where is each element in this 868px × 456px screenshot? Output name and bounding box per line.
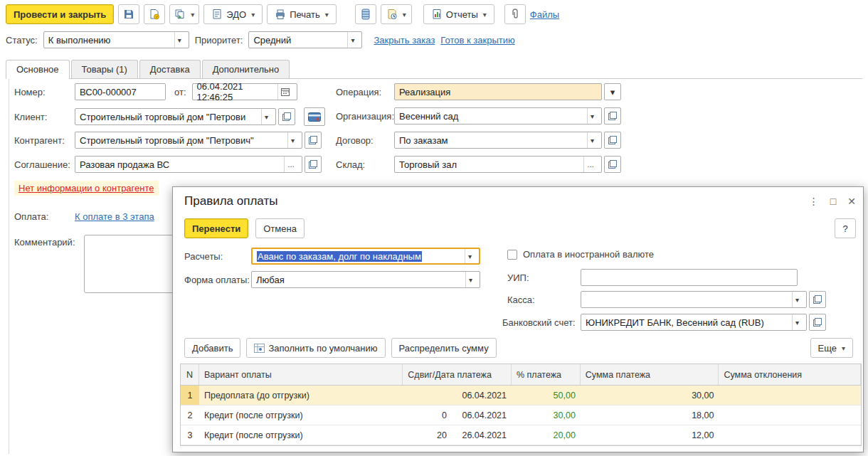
open-cashbox-button[interactable] [809, 291, 826, 308]
print-button[interactable]: Печать ▾ [267, 4, 337, 24]
chevron-down-icon[interactable]: ▾ [347, 32, 357, 48]
table-header-row: N Вариант оплаты Сдвиг/Дата платежа % пл… [181, 364, 861, 386]
close-order-link[interactable]: Закрыть заказ [374, 35, 435, 46]
col-header-option[interactable]: Вариант оплаты [199, 364, 403, 385]
client-select[interactable]: Строительный торговый дом "Петрови ▾ [75, 108, 276, 125]
chevron-down-icon[interactable]: ▾ [261, 109, 271, 124]
chevron-down-icon[interactable]: ▾ [587, 132, 597, 148]
tab-delivery[interactable]: Доставка [139, 60, 201, 79]
payment-card-button[interactable] [304, 107, 325, 126]
number-field[interactable]: ВС00-000007 [75, 83, 166, 100]
maximize-icon[interactable]: □ [830, 196, 836, 207]
chevron-down-icon: ▾ [842, 344, 845, 352]
chevron-down-icon[interactable]: ▾ [287, 132, 297, 148]
bank-account-select[interactable]: ЮНИКРЕДИТ БАНК, Весенний сад (RUB) ▾ [581, 314, 807, 331]
agreement-label: Соглашение: [14, 159, 75, 170]
save-button[interactable] [118, 4, 139, 24]
ellipsis-icon[interactable]: … [583, 157, 597, 172]
reports-button[interactable]: Отчеты ▾ [423, 4, 494, 24]
table-row[interactable]: 1 Предоплата (до отгрузки) 06.04.2021 50… [181, 386, 861, 405]
open-icon [309, 136, 317, 144]
document-journal-button[interactable]: ▾ [381, 4, 412, 24]
edo-button[interactable]: ЭДО ▾ [203, 4, 263, 24]
col-header-deviation[interactable]: Сумма отклонения [719, 364, 861, 385]
priority-select[interactable]: Средний ▾ [248, 31, 362, 48]
files-link[interactable]: Файлы [530, 9, 559, 20]
contract-select[interactable]: По заказам ▾ [394, 132, 602, 149]
open-icon [608, 136, 617, 144]
agreement-select[interactable]: Разовая продажа ВС … [75, 156, 302, 173]
tab-additional[interactable]: Дополнительно [202, 60, 290, 79]
status-label: Статус: [6, 35, 38, 46]
col-header-shift-date[interactable]: Сдвиг/Дата платежа [403, 364, 512, 385]
contract-label: Договор: [336, 135, 394, 146]
payment-form-select[interactable]: Любая ▾ [251, 271, 480, 288]
chevron-down-icon: ▾ [251, 11, 255, 18]
add-row-button[interactable]: Добавить [184, 338, 240, 358]
create-based-on-button[interactable]: ▾ [169, 4, 199, 24]
chevron-down-icon[interactable]: ▾ [587, 108, 597, 124]
more-button[interactable]: Еще ▾ [810, 338, 853, 358]
operation-label: Операция: [336, 87, 394, 97]
counterparty-select[interactable]: Строительный торговый дом "Петрович" ▾ [75, 132, 302, 149]
chevron-down-icon[interactable]: ▾ [174, 32, 184, 48]
table-row[interactable]: 2 Кредит (после отгрузки) 0 06.04.2021 3… [181, 405, 861, 425]
status-select[interactable]: К выполнению ▾ [43, 31, 189, 48]
client-label: Клиент: [14, 112, 75, 122]
open-icon [608, 112, 617, 120]
col-header-percent[interactable]: % платежа [512, 364, 581, 385]
ready-to-close-link[interactable]: Готов к закрытию [440, 35, 514, 46]
transfer-button[interactable]: Перенести [184, 218, 248, 238]
register-records-button[interactable] [355, 4, 376, 24]
help-button[interactable]: ? [835, 218, 856, 238]
payment-stages-link[interactable]: К оплате в 3 этапа [75, 211, 154, 222]
cancel-button[interactable]: Отмена [255, 218, 305, 238]
organization-select[interactable]: Весенний сад ▾ [394, 107, 602, 124]
tab-main[interactable]: Основное [6, 60, 70, 79]
warehouse-select[interactable]: Торговый зал … [394, 156, 602, 173]
chevron-down-icon[interactable]: ▾ [604, 83, 621, 100]
chevron-down-icon: ▾ [483, 11, 487, 18]
organization-label: Организация: [336, 111, 394, 122]
ellipsis-icon[interactable]: … [284, 157, 297, 172]
cashbox-select[interactable]: ▾ [581, 291, 807, 308]
open-contract-button[interactable] [604, 132, 621, 149]
col-header-n[interactable]: N [181, 364, 199, 385]
post-document-button[interactable] [144, 4, 165, 24]
open-client-button[interactable] [278, 108, 295, 125]
tab-bar: Основное Товары (1) Доставка Дополнитель… [6, 60, 291, 79]
chevron-down-icon[interactable]: ▾ [792, 292, 802, 307]
open-counterparty-button[interactable] [305, 132, 322, 149]
fill-default-button[interactable]: Заполнить по умолчанию [246, 338, 385, 358]
calendar-icon[interactable] [277, 84, 292, 100]
open-warehouse-button[interactable] [604, 156, 621, 173]
bank-card-icon [308, 112, 321, 122]
operation-select[interactable]: Реализация [394, 83, 602, 100]
foreign-currency-label: Оплата в иностранной валюте [523, 249, 654, 260]
tab-goods[interactable]: Товары (1) [71, 60, 138, 79]
form-group-border [9, 78, 9, 454]
main-toolbar: Провести и закрыть ▾ ЭДО ▾ Печать ▾ ▾ [6, 4, 559, 24]
distribute-sum-button[interactable]: Распределить сумму [391, 338, 497, 358]
attachments-button[interactable] [504, 4, 526, 24]
date-field[interactable]: 06.04.2021 12:46:25 [192, 83, 297, 100]
kebab-menu-icon[interactable]: ⋮ [809, 196, 819, 207]
foreign-currency-checkbox[interactable] [507, 250, 517, 260]
open-organization-button[interactable] [604, 107, 621, 124]
database-icon [361, 9, 371, 20]
calculations-select[interactable]: Аванс по заказам, долг по накладным ▾ [251, 248, 480, 265]
chevron-down-icon[interactable]: ▾ [465, 272, 475, 287]
post-and-close-button[interactable]: Провести и закрыть [6, 4, 114, 24]
dialog-window-controls: ⋮ □ ✕ [809, 196, 856, 207]
open-bank-account-button[interactable] [809, 314, 826, 331]
chevron-down-icon: ▾ [325, 11, 329, 18]
chevron-down-icon[interactable]: ▾ [792, 314, 802, 330]
edo-doc-icon [211, 9, 223, 20]
no-counterparty-info-link[interactable]: Нет информации о контрагенте [18, 183, 154, 193]
chevron-down-icon[interactable]: ▾ [465, 249, 475, 263]
col-header-amount[interactable]: Сумма платежа [581, 364, 719, 385]
table-row[interactable]: 3 Кредит (после отгрузки) 20 26.04.2021 … [181, 425, 861, 445]
uip-input[interactable] [581, 269, 798, 286]
open-agreement-button[interactable] [305, 156, 322, 173]
close-icon[interactable]: ✕ [847, 196, 856, 207]
